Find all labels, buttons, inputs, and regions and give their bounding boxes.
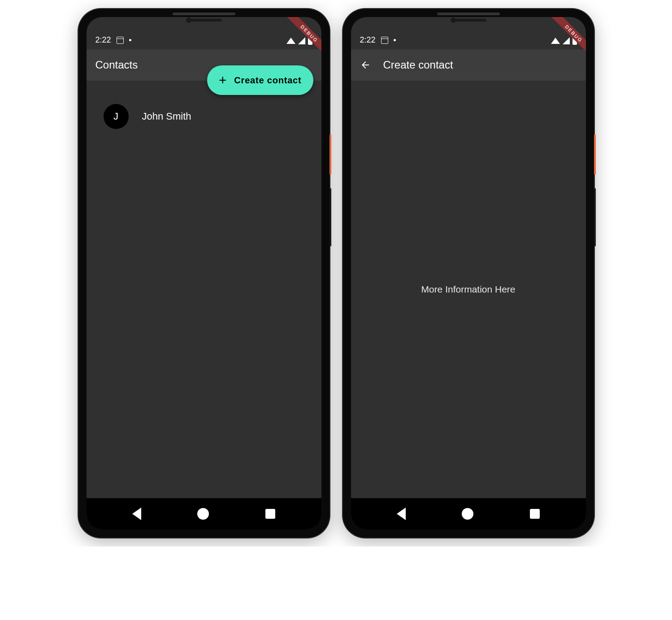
status-bar: 2:22 bbox=[351, 17, 586, 49]
avatar-initial: J bbox=[113, 111, 118, 122]
phone-frame-1: DEBUG 2:22 Contacts + Create contact bbox=[78, 9, 329, 538]
status-time: 2:22 bbox=[360, 35, 376, 45]
status-time: 2:22 bbox=[95, 35, 111, 45]
wifi-icon bbox=[286, 38, 295, 44]
app-bar: Create contact bbox=[351, 49, 586, 81]
content-area: + Create contact J John Smith bbox=[87, 81, 321, 498]
nav-back-button[interactable] bbox=[132, 508, 141, 520]
phone-frame-2: DEBUG 2:22 Create contact bbox=[343, 9, 594, 538]
navigation-bar bbox=[87, 498, 321, 530]
placeholder-text: More Information Here bbox=[421, 284, 515, 295]
signal-icon bbox=[563, 37, 570, 44]
avatar: J bbox=[104, 104, 129, 129]
nav-home-button[interactable] bbox=[197, 508, 209, 520]
contact-name: John Smith bbox=[142, 111, 191, 122]
status-bar: 2:22 bbox=[87, 17, 321, 49]
notification-dot-icon bbox=[394, 39, 396, 41]
navigation-bar bbox=[351, 498, 586, 530]
calendar-icon bbox=[381, 37, 388, 44]
arrow-left-icon bbox=[360, 60, 371, 70]
plus-icon: + bbox=[219, 73, 227, 87]
content-area: More Information Here bbox=[351, 81, 586, 498]
notification-dot-icon bbox=[129, 39, 131, 41]
wifi-icon bbox=[551, 38, 560, 44]
fab-label: Create contact bbox=[234, 75, 301, 86]
signal-icon bbox=[298, 37, 305, 44]
create-contact-button[interactable]: + Create contact bbox=[207, 65, 313, 95]
nav-recent-button[interactable] bbox=[265, 509, 275, 519]
calendar-icon bbox=[117, 37, 124, 44]
screen-contacts: DEBUG 2:22 Contacts + Create contact bbox=[87, 17, 321, 530]
page-title: Create contact bbox=[383, 59, 453, 71]
back-button[interactable] bbox=[360, 60, 371, 70]
nav-back-button[interactable] bbox=[397, 508, 406, 520]
page-title: Contacts bbox=[95, 59, 138, 71]
screen-create-contact: DEBUG 2:22 Create contact bbox=[351, 17, 586, 530]
nav-recent-button[interactable] bbox=[530, 509, 540, 519]
nav-home-button[interactable] bbox=[462, 508, 473, 520]
